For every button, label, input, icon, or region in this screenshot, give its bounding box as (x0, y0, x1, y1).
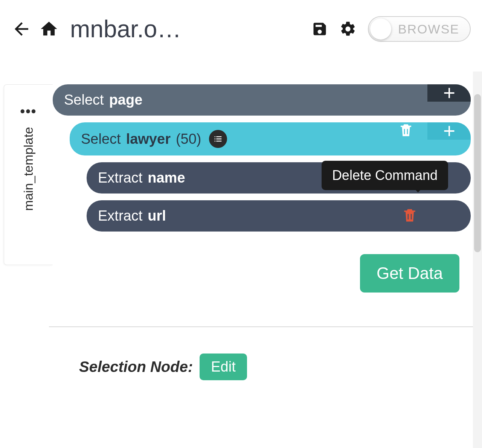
selection-node-row: Selection Node: Edit (79, 354, 482, 380)
command-label: Select page (53, 84, 427, 116)
settings-button[interactable] (339, 20, 357, 38)
toggle-knob (370, 18, 391, 40)
scrollbar[interactable] (473, 72, 482, 448)
command-target: page (109, 92, 143, 108)
toggle-label: BROWSE (398, 22, 459, 37)
home-icon (39, 19, 59, 39)
command-action: Select (81, 131, 121, 147)
gear-icon (339, 20, 357, 38)
get-data-button[interactable]: Get Data (360, 254, 459, 293)
delete-button[interactable] (384, 122, 427, 138)
toolbar-right: BROWSE (311, 16, 471, 42)
list-badge[interactable] (209, 130, 227, 148)
command-select-page[interactable]: Select page (53, 84, 471, 116)
save-button[interactable] (311, 21, 328, 37)
divider (49, 326, 482, 327)
template-tab[interactable]: ••• main_template (4, 84, 53, 265)
command-target: url (148, 208, 166, 224)
command-extract-url[interactable]: Extract url (87, 200, 471, 232)
toolbar: mnbar.o… BROWSE (0, 0, 482, 58)
command-label: Select lawyer (50) (70, 122, 384, 155)
plus-icon (441, 122, 458, 140)
add-button[interactable] (427, 122, 471, 140)
save-icon (311, 21, 328, 37)
trash-icon (401, 207, 418, 224)
plus-icon (441, 84, 458, 102)
add-button[interactable] (427, 84, 471, 102)
edit-button[interactable]: Edit (200, 354, 247, 380)
command-target: name (148, 170, 185, 186)
command-count: (50) (176, 131, 201, 147)
trash-icon (398, 122, 414, 138)
scrollbar-thumb[interactable] (474, 94, 481, 252)
command-action: Select (64, 92, 104, 108)
delete-tooltip: Delete Command (322, 161, 448, 190)
page-title: mnbar.o… (70, 15, 304, 43)
home-button[interactable] (39, 19, 59, 39)
template-tab-label: main_template (21, 127, 36, 211)
command-action: Extract (98, 208, 142, 224)
command-action: Extract (98, 170, 142, 186)
command-list: Select page Select lawyer (50) (53, 84, 482, 293)
command-target: lawyer (126, 131, 171, 147)
browse-toggle[interactable]: BROWSE (368, 16, 471, 42)
main-area: ••• main_template Select page Select law… (0, 84, 482, 293)
selection-node-label: Selection Node: (79, 358, 193, 375)
list-icon (213, 134, 223, 144)
delete-button[interactable] (401, 207, 418, 225)
command-select-lawyer[interactable]: Select lawyer (50) (70, 122, 471, 155)
more-icon[interactable]: ••• (20, 104, 37, 119)
arrow-left-icon (11, 19, 32, 39)
get-data-wrap: Get Data (53, 254, 471, 293)
back-button[interactable] (11, 19, 32, 39)
